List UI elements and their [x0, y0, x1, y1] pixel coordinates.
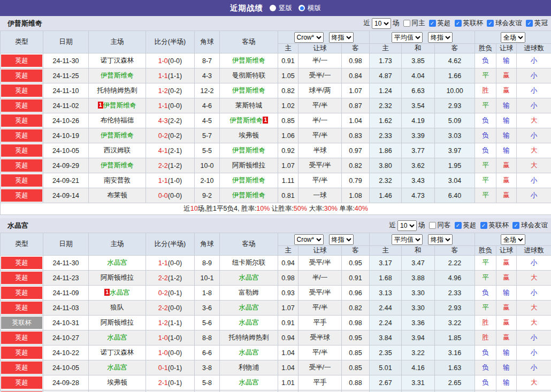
radio-vertical-layout[interactable]: 竖版	[270, 4, 292, 13]
result-goals: 大	[517, 143, 551, 158]
away-team-name: 伊普斯维奇	[229, 117, 263, 124]
page: 近期战绩 竖版 横版 伊普斯维奇近10场同主英超英联杯球会友谊英冠类型日期主场比…	[0, 0, 551, 392]
home-team: 布莱顿	[89, 188, 146, 203]
fulltime-score: 4-1	[158, 147, 168, 155]
avg-away-odds: 3.22	[435, 316, 475, 330]
same-venue-checkbox[interactable]	[403, 20, 410, 27]
odds-source-select[interactable]: 终指	[428, 234, 453, 245]
same-venue-checkbox[interactable]	[429, 222, 436, 229]
home-team-name: 阿斯顿维拉	[101, 274, 134, 281]
handicap-home-odds: 0.85	[278, 113, 299, 128]
league-filter-checkbox[interactable]	[526, 20, 533, 27]
handicap-away-odds: 0.96	[342, 286, 370, 301]
odds-source-select[interactable]: 平均值	[392, 234, 423, 245]
handicap-line: 平/半	[299, 173, 342, 188]
result-outcome: 平	[475, 301, 496, 316]
result-outcome: 胜	[475, 330, 496, 345]
match-row: 英超24-11-03狼队2-2(0-0)3-6水晶宫1.07平/半0.822.4…	[1, 301, 551, 316]
avg-away-odds: 6.40	[435, 188, 475, 203]
corner-score: 4-11	[195, 390, 220, 392]
result-goals: 大	[517, 158, 551, 173]
home-team-name: 水晶宫	[107, 334, 127, 341]
column-subheader: 客	[435, 246, 475, 256]
column-subheader: 胜负	[475, 246, 496, 256]
recent-count-select[interactable]: 10	[372, 18, 391, 29]
odds-source-select[interactable]: 平均值	[392, 32, 423, 43]
avg-home-odds: 2.35	[370, 345, 402, 360]
score-cell: 1-0(0-0)	[146, 53, 195, 68]
matches-table: 类型日期主场比分(半场)角球客场Crow*终指平均值终指全场主让球客主和客胜负让…	[0, 233, 551, 392]
odds-source-select[interactable]: Crow*	[294, 32, 324, 43]
away-team-name: 富勒姆	[239, 289, 259, 296]
recent-count-select[interactable]: 10	[397, 220, 417, 231]
league-filter-checkbox[interactable]	[455, 222, 462, 229]
avg-draw-odds: 3.31	[402, 375, 435, 390]
result-goals: 小	[517, 360, 551, 375]
home-team: 阿斯顿维拉	[89, 316, 146, 330]
column-subheader: 主	[370, 44, 402, 53]
match-date: 24-10-31	[43, 316, 89, 330]
odds-source-select[interactable]: 终指	[329, 32, 354, 43]
result-outcome: 胜	[475, 316, 496, 330]
match-row: 英超24-11-10托特纳姆热刺1-2(0-2)12-2伊普斯维奇0.82球半/…	[1, 83, 551, 98]
fulltime-score: 1-1	[158, 259, 168, 267]
avg-away-odds: 1.63	[435, 360, 475, 375]
corner-score: 4-3	[195, 68, 220, 83]
league-badge: 英超	[1, 144, 42, 157]
score-cell: 1-0(1-0)	[146, 330, 195, 345]
result-outcome: 平	[475, 68, 496, 83]
avg-draw-odds: 3.54	[402, 98, 435, 113]
column-subheader: 让球	[299, 44, 342, 53]
odds-source-select[interactable]: 终指	[329, 234, 354, 245]
match-row: 英超24-11-23阿斯顿维拉2-2(1-2)10-1水晶宫0.98半/一0.9…	[1, 271, 551, 286]
handicap-line: 受平/半	[299, 158, 342, 173]
result-outcome: 负	[475, 286, 496, 301]
result-handicap: 赢	[496, 301, 517, 316]
league-type-cell: 英联杯	[1, 316, 43, 330]
odds-source-select[interactable]: 全场	[501, 234, 525, 245]
away-team: 伊普斯维奇	[220, 83, 278, 98]
handicap-away-odds: 1.05	[342, 390, 370, 392]
league-filter-checkbox[interactable]	[429, 20, 436, 27]
fulltime-score: 1-1	[158, 72, 168, 80]
handicap-home-odds: 1.02	[278, 98, 299, 113]
handicap-home-odds: 1.06	[278, 128, 299, 143]
halftime-score: (0-0)	[168, 102, 182, 110]
avg-away-odds: 4.62	[435, 53, 475, 68]
odds-source-select[interactable]: 终指	[428, 32, 453, 43]
match-date: 24-11-25	[43, 68, 89, 83]
red-card-icon: 1	[98, 102, 103, 109]
column-header: 客场	[220, 31, 278, 53]
halftime-score: (0-0)	[168, 304, 182, 312]
odds-source-select[interactable]: Crow*	[294, 234, 324, 245]
page-title: 近期战绩	[230, 3, 263, 13]
home-team-name: 布莱顿	[107, 191, 127, 199]
odds-source-select[interactable]: 全场	[501, 32, 525, 43]
handicap-home-odds: 1.01	[278, 375, 299, 390]
result-handicap: 赢	[496, 316, 517, 330]
avg-draw-odds: 3.43	[402, 173, 435, 188]
league-type-cell: 英超	[1, 143, 43, 158]
league-type-cell: 英超	[1, 128, 43, 143]
league-filter-checkbox[interactable]	[487, 20, 494, 27]
handicap-home-odds: 0.91	[278, 53, 299, 68]
handicap-line: 半/一	[299, 271, 342, 286]
fulltime-score: 0-2	[158, 289, 168, 297]
league-filter-checkbox[interactable]	[512, 222, 519, 229]
away-team: 伊普斯维奇	[220, 188, 278, 203]
match-row: 英超24-10-22诺丁汉森林1-0(0-0)6-6水晶宫1.04平/半0.85…	[1, 345, 551, 360]
league-filter-checkbox[interactable]	[455, 20, 462, 27]
radio-horizontal-layout[interactable]: 横版	[299, 4, 321, 13]
away-team: 埃弗顿	[220, 128, 278, 143]
near-label: 近	[364, 19, 371, 28]
result-goals: 小	[517, 173, 551, 188]
match-date: 24-09-28	[43, 375, 89, 390]
league-filter-checkbox[interactable]	[480, 222, 487, 229]
avg-away-odds: 3.03	[435, 128, 475, 143]
column-subheader: 客	[342, 246, 370, 256]
column-header: 类型	[1, 233, 43, 256]
result-goals: 小	[517, 188, 551, 203]
league-type-cell: 英超	[1, 301, 43, 316]
result-outcome: 负	[475, 143, 496, 158]
fulltime-score: 1-2	[158, 319, 168, 327]
